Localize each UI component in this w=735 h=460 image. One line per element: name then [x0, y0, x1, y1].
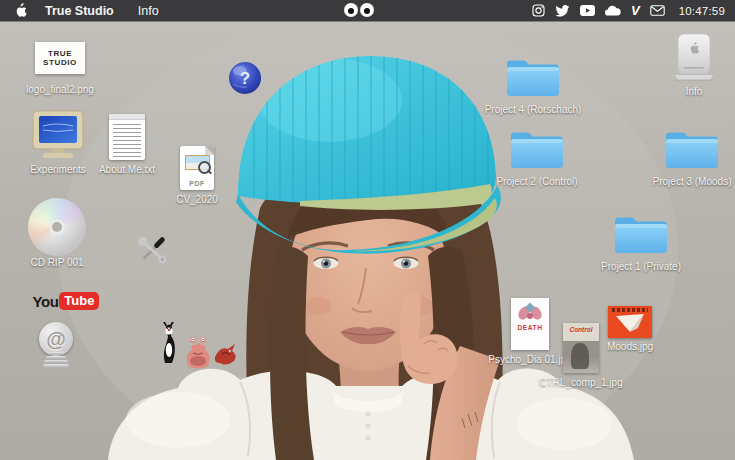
desktop-icon-project3[interactable]: Project 3 (Moods): [663, 128, 721, 187]
desktop-icon-psycho-dia[interactable]: DEATH Psycho_Dia 01.jpg: [511, 298, 549, 365]
menu-bar-tray: V 10:47:59: [532, 4, 735, 17]
control-magazine-thumbnail: Control: [563, 323, 599, 373]
twitter-icon[interactable]: [555, 5, 570, 17]
icon-label: Moods.jpg: [607, 342, 653, 352]
desktop-icon-at-spring[interactable]: @: [34, 322, 78, 368]
desktop-icon-youtube-logo[interactable]: You Tube: [30, 292, 102, 310]
spring-icon: [43, 352, 69, 368]
folder-icon: [663, 128, 721, 172]
apple-icon: [14, 3, 27, 18]
folder-icon: [508, 128, 566, 172]
icon-label: Project 3 (Moods): [653, 177, 732, 187]
death-card-thumbnail: DEATH: [511, 298, 549, 350]
icon-label: Project 1 (Private): [601, 262, 681, 272]
icon-label: CV_2020: [176, 195, 218, 205]
desktop-icon-project2[interactable]: Project 2 (Control): [508, 128, 566, 187]
svg-text:?: ?: [240, 69, 250, 88]
desktop-icon-ctrl-comp[interactable]: Control CTRL_comp_1.jpg: [563, 323, 599, 388]
youtube-icon[interactable]: [580, 5, 595, 16]
desktop-icon-about-me[interactable]: About Me.txt: [108, 114, 146, 175]
icon-label: logo_final2.png: [26, 85, 94, 95]
icon-label: Project 4 (Rorschach): [485, 105, 582, 115]
eye-left-icon: [344, 3, 358, 17]
mac-computer-icon: [671, 32, 717, 82]
desktop-icon-info-mac[interactable]: Info: [671, 32, 717, 97]
icon-label: CD RIP 001: [30, 258, 83, 268]
desktop-icon-moods[interactable]: Moods.jpg: [608, 306, 652, 352]
at-symbol-icon: @: [39, 322, 73, 356]
desktop-icon-cd-rip[interactable]: CD RIP 001: [28, 198, 86, 268]
menu-app-name[interactable]: True Studio: [45, 4, 114, 18]
menu-bar-clock[interactable]: 10:47:59: [679, 5, 725, 17]
help-globe-icon: ?: [228, 61, 262, 95]
eye-right-icon: [360, 3, 374, 17]
soundcloud-icon[interactable]: [605, 5, 621, 16]
instagram-icon[interactable]: [532, 4, 545, 17]
vimeo-icon[interactable]: V: [631, 4, 640, 17]
desktop-icon-help-globe[interactable]: ?: [228, 61, 262, 95]
icon-label: Psycho_Dia 01.jpg: [488, 355, 571, 365]
cd-disc-icon: [28, 198, 86, 256]
apple-menu[interactable]: [14, 3, 27, 18]
desktop-icon-logo-final2[interactable]: TRUE STUDIO logo_final2.png: [35, 42, 85, 95]
crt-monitor-icon: [30, 110, 86, 160]
icon-label: Experiments: [30, 165, 86, 175]
desktop: True Studio Info V 10:47:59: [0, 0, 735, 460]
moods-image-thumbnail: [608, 306, 652, 338]
desktop-icon-experiments[interactable]: Experiments: [30, 110, 86, 175]
mail-icon[interactable]: [650, 5, 665, 16]
youtube-logo-icon: You Tube: [33, 292, 100, 310]
icon-label: Project 2 (Control): [496, 177, 577, 187]
logo-thumbnail: TRUE STUDIO: [35, 42, 85, 74]
folder-icon: [504, 56, 562, 100]
tools-icon: [133, 231, 171, 269]
desktop-icon-tools[interactable]: [133, 231, 171, 269]
desktop-icon-project4[interactable]: Project 4 (Rorschach): [504, 56, 562, 115]
icon-label: CTRL_comp_1.jpg: [539, 378, 622, 388]
desktop-icon-project1[interactable]: Project 1 (Private): [612, 213, 670, 272]
icon-label: About Me.txt: [99, 165, 155, 175]
icon-label: Info: [686, 87, 703, 97]
blob-monster-sprite-icon[interactable]: [183, 334, 213, 370]
menu-bar: True Studio Info V 10:47:59: [0, 0, 735, 21]
googly-eyes-icon: [344, 3, 374, 17]
bird-sprite-icon[interactable]: [212, 340, 238, 368]
menu-item-info[interactable]: Info: [138, 4, 159, 18]
cat-sprite-icon[interactable]: [157, 320, 181, 364]
desktop-icon-cv-2020[interactable]: PDF CV_2020: [180, 146, 214, 205]
folder-icon: [612, 213, 670, 257]
text-document-icon: [109, 114, 145, 160]
pdf-document-icon: PDF: [180, 146, 214, 190]
magnifier-icon: [198, 161, 211, 174]
